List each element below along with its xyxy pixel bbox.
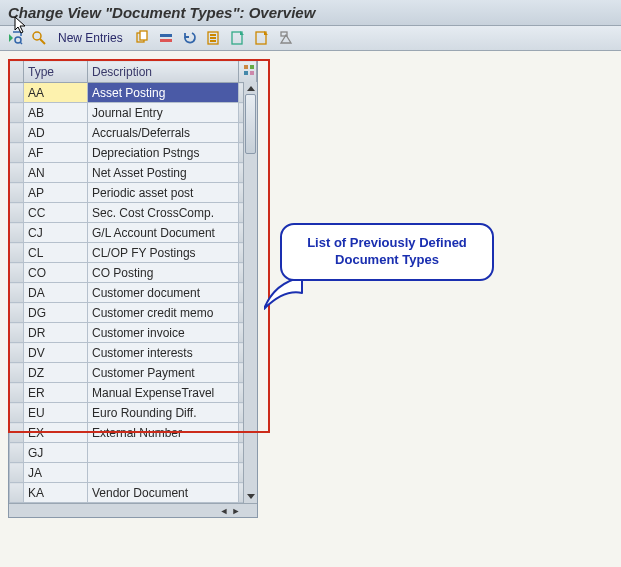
table-row[interactable]: KAVendor Document (10, 483, 257, 503)
scroll-up-arrow[interactable] (247, 86, 255, 91)
table-row[interactable]: ADAccruals/Deferrals (10, 123, 257, 143)
cell-type[interactable]: CJ (24, 223, 88, 243)
cell-type[interactable]: ER (24, 383, 88, 403)
row-selector[interactable] (10, 223, 24, 243)
row-selector[interactable] (10, 363, 24, 383)
deselect-all-icon[interactable] (253, 29, 271, 47)
cell-type[interactable]: GJ (24, 443, 88, 463)
table-row[interactable]: JA (10, 463, 257, 483)
cell-description[interactable]: Accruals/Deferrals (88, 123, 239, 143)
table-row[interactable]: CJG/L Account Document (10, 223, 257, 243)
column-header-type[interactable]: Type (24, 61, 88, 83)
row-selector[interactable] (10, 103, 24, 123)
table-row[interactable]: APPeriodic asset post (10, 183, 257, 203)
cell-description[interactable] (88, 463, 239, 483)
row-selector[interactable] (10, 143, 24, 163)
table-row[interactable]: DZCustomer Payment (10, 363, 257, 383)
cell-type[interactable]: AB (24, 103, 88, 123)
copy-as-icon[interactable] (133, 29, 151, 47)
undo-icon[interactable] (181, 29, 199, 47)
cell-type[interactable]: EU (24, 403, 88, 423)
table-row[interactable]: ABJournal Entry (10, 103, 257, 123)
select-block-icon[interactable] (229, 29, 247, 47)
delete-icon[interactable] (157, 29, 175, 47)
row-selector[interactable] (10, 183, 24, 203)
row-selector[interactable] (10, 83, 24, 103)
cell-type[interactable]: AN (24, 163, 88, 183)
table-row[interactable]: CCSec. Cost CrossComp. (10, 203, 257, 223)
row-selector[interactable] (10, 283, 24, 303)
cell-description[interactable]: External Number (88, 423, 239, 443)
table-row[interactable]: COCO Posting (10, 263, 257, 283)
row-selector[interactable] (10, 123, 24, 143)
cell-description[interactable]: Customer document (88, 283, 239, 303)
row-selector[interactable] (10, 323, 24, 343)
cell-description[interactable]: Customer credit memo (88, 303, 239, 323)
print-icon[interactable] (277, 29, 295, 47)
row-selector[interactable] (10, 463, 24, 483)
column-settings-header[interactable] (239, 61, 257, 83)
cell-type[interactable]: AD (24, 123, 88, 143)
cell-description[interactable]: CL/OP FY Postings (88, 243, 239, 263)
row-selector[interactable] (10, 423, 24, 443)
horizontal-scrollbar[interactable]: ◄ ► (9, 503, 257, 517)
cell-description[interactable]: Customer invoice (88, 323, 239, 343)
table-row[interactable]: DRCustomer invoice (10, 323, 257, 343)
cell-description[interactable]: Manual ExpenseTravel (88, 383, 239, 403)
table-row[interactable]: DGCustomer credit memo (10, 303, 257, 323)
row-selector[interactable] (10, 263, 24, 283)
cell-description[interactable]: G/L Account Document (88, 223, 239, 243)
other-view-icon[interactable] (30, 29, 48, 47)
row-selector[interactable] (10, 163, 24, 183)
cell-type[interactable]: KA (24, 483, 88, 503)
cell-description[interactable]: Sec. Cost CrossComp. (88, 203, 239, 223)
cell-type[interactable]: JA (24, 463, 88, 483)
cell-description[interactable]: Journal Entry (88, 103, 239, 123)
select-all-header[interactable] (10, 61, 24, 83)
table-row[interactable]: GJ (10, 443, 257, 463)
cell-description[interactable]: Depreciation Pstngs (88, 143, 239, 163)
row-selector[interactable] (10, 243, 24, 263)
cell-type[interactable]: DA (24, 283, 88, 303)
cell-type[interactable]: AF (24, 143, 88, 163)
row-selector[interactable] (10, 483, 24, 503)
cell-type[interactable]: DG (24, 303, 88, 323)
cell-type[interactable]: DV (24, 343, 88, 363)
table-row[interactable]: ERManual ExpenseTravel (10, 383, 257, 403)
table-row[interactable]: CLCL/OP FY Postings (10, 243, 257, 263)
cell-description[interactable] (88, 443, 239, 463)
cell-description[interactable]: Periodic asset post (88, 183, 239, 203)
scroll-right-icon[interactable]: ► (231, 506, 241, 516)
column-header-description[interactable]: Description (88, 61, 239, 83)
cell-description[interactable]: CO Posting (88, 263, 239, 283)
cell-description[interactable]: Asset Posting (88, 83, 239, 103)
cell-type[interactable]: AP (24, 183, 88, 203)
new-entries-button[interactable]: New Entries (54, 29, 127, 47)
table-row[interactable]: ANNet Asset Posting (10, 163, 257, 183)
cell-type[interactable]: CL (24, 243, 88, 263)
scroll-left-icon[interactable]: ◄ (219, 506, 229, 516)
cell-description[interactable]: Vendor Document (88, 483, 239, 503)
toggle-display-icon[interactable] (6, 29, 24, 47)
table-row[interactable]: AAAsset Posting (10, 83, 257, 103)
cell-description[interactable]: Customer interests (88, 343, 239, 363)
cell-type[interactable]: DR (24, 323, 88, 343)
cell-type[interactable]: AA (24, 83, 88, 103)
row-selector[interactable] (10, 403, 24, 423)
select-all-icon[interactable] (205, 29, 223, 47)
cell-type[interactable]: EX (24, 423, 88, 443)
cell-description[interactable]: Customer Payment (88, 363, 239, 383)
scroll-down-arrow[interactable] (247, 494, 255, 499)
cell-description[interactable]: Euro Rounding Diff. (88, 403, 239, 423)
cell-type[interactable]: DZ (24, 363, 88, 383)
table-row[interactable]: EUEuro Rounding Diff. (10, 403, 257, 423)
table-row[interactable]: AFDepreciation Pstngs (10, 143, 257, 163)
row-selector[interactable] (10, 383, 24, 403)
table-row[interactable]: EXExternal Number (10, 423, 257, 443)
row-selector[interactable] (10, 303, 24, 323)
row-selector[interactable] (10, 443, 24, 463)
row-selector[interactable] (10, 203, 24, 223)
cell-type[interactable]: CC (24, 203, 88, 223)
table-row[interactable]: DVCustomer interests (10, 343, 257, 363)
cell-description[interactable]: Net Asset Posting (88, 163, 239, 183)
